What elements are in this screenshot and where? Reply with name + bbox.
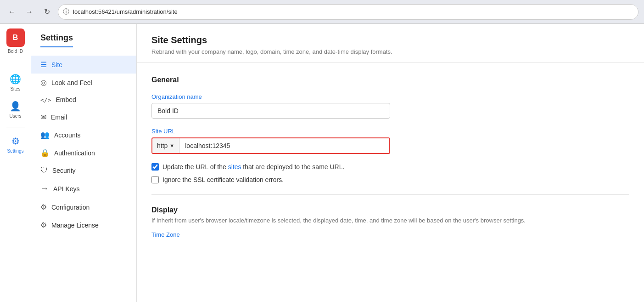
sidebar-item-accounts[interactable]: 👥 Accounts <box>31 126 136 144</box>
sidebar-item-look-and-feel[interactable]: ◎ Look and Feel <box>31 74 136 91</box>
general-section-title: General <box>151 76 629 84</box>
nav-divider-1 <box>6 65 25 65</box>
protocol-text: http <box>157 142 168 149</box>
update-url-checkbox-row: Update the URL of the sites that are dep… <box>151 163 629 171</box>
time-zone-label: Time Zone <box>151 231 629 238</box>
protocol-chevron-icon: ▼ <box>169 143 174 148</box>
browser-chrome: ← → ↻ ⓘ localhost:56421/ums/administrati… <box>0 0 644 24</box>
site-url-group: Site URL http ▼ <box>151 128 629 154</box>
protocol-selector[interactable]: http ▼ <box>152 138 179 153</box>
sidebar-item-api-keys[interactable]: → API Keys <box>31 179 136 198</box>
org-name-group: Organization name <box>151 93 629 119</box>
page-title: Site Settings <box>151 35 629 46</box>
site-url-wrapper: http ▼ <box>151 137 390 154</box>
main-content: Site Settings Rebrand with your company … <box>137 24 644 302</box>
page-subtitle: Rebrand with your company name, logo, do… <box>151 48 629 55</box>
look-icon: ◎ <box>40 78 47 87</box>
sidebar-item-email[interactable]: ✉ Email <box>31 108 136 126</box>
site-url-input[interactable] <box>179 138 389 153</box>
embed-icon: </> <box>40 97 51 103</box>
section-divider <box>151 194 629 195</box>
info-icon: ⓘ <box>63 8 69 16</box>
sites-label: Sites <box>10 86 20 91</box>
site-label: Site <box>51 61 62 68</box>
sidebar-item-manage-license[interactable]: ⚙ Manage License <box>31 216 136 234</box>
main-body: General Organization name Site URL http … <box>137 63 644 253</box>
app-container: B Bold ID 🌐 Sites 👤 Users ⚙ Settings Set… <box>0 24 644 302</box>
api-keys-label: API Keys <box>53 185 80 193</box>
forward-button[interactable]: → <box>23 6 36 18</box>
auth-icon: 🔒 <box>40 148 50 157</box>
auth-label: Authentication <box>54 149 95 157</box>
license-icon: ⚙ <box>40 221 47 229</box>
ssl-checkbox-row: Ignore the SSL certificate validation er… <box>151 176 629 183</box>
users-icon: 👤 <box>10 101 21 112</box>
main-header: Site Settings Rebrand with your company … <box>137 24 644 63</box>
sidebar-item-site[interactable]: ☰ Site <box>31 56 136 74</box>
url-text: localhost:56421/ums/administration/site <box>73 8 178 15</box>
config-label: Configuration <box>51 204 90 211</box>
site-icon: ☰ <box>40 60 47 69</box>
sidebar-item-security[interactable]: 🛡 Security <box>31 162 136 179</box>
settings-nav-label: Settings <box>7 148 23 154</box>
icon-nav: B Bold ID 🌐 Sites 👤 Users ⚙ Settings <box>0 24 31 302</box>
nav-item-settings[interactable]: ⚙ Settings <box>0 131 31 158</box>
users-label: Users <box>9 114 21 119</box>
accounts-label: Accounts <box>54 131 81 139</box>
update-url-checkbox[interactable] <box>151 163 159 171</box>
ssl-checkbox[interactable] <box>151 176 159 183</box>
sidebar-item-configuration[interactable]: ⚙ Configuration <box>31 198 136 216</box>
email-icon: ✉ <box>40 113 46 121</box>
sidebar-title-wrapper: Settings <box>31 33 136 48</box>
nav-item-sites[interactable]: 🌐 Sites <box>0 69 31 96</box>
config-icon: ⚙ <box>40 203 47 211</box>
email-label: Email <box>51 114 67 121</box>
license-label: Manage License <box>51 222 99 229</box>
look-label: Look and Feel <box>51 79 92 86</box>
api-keys-icon: → <box>40 184 49 194</box>
ssl-label: Ignore the SSL certificate validation er… <box>162 176 284 183</box>
security-icon: 🛡 <box>40 166 48 175</box>
sidebar-title: Settings <box>40 33 73 47</box>
reload-button[interactable]: ↻ <box>40 6 53 18</box>
sites-link[interactable]: sites <box>228 163 241 171</box>
logo-text: Bold ID <box>8 49 23 54</box>
org-name-input[interactable] <box>151 103 390 119</box>
display-section-title: Display <box>151 206 629 214</box>
sidebar: Settings ☰ Site ◎ Look and Feel </> Embe… <box>31 24 137 302</box>
security-label: Security <box>52 167 76 174</box>
sidebar-item-authentication[interactable]: 🔒 Authentication <box>31 144 136 162</box>
nav-divider-2 <box>6 127 25 127</box>
org-name-label: Organization name <box>151 93 629 100</box>
update-url-label: Update the URL of the sites that are dep… <box>162 163 344 171</box>
sites-icon: 🌐 <box>10 74 21 85</box>
sidebar-item-embed[interactable]: </> Embed <box>31 91 136 108</box>
nav-item-users[interactable]: 👤 Users <box>0 96 31 123</box>
settings-nav-icon: ⚙ <box>11 136 20 147</box>
embed-label: Embed <box>56 96 76 103</box>
accounts-icon: 👥 <box>40 131 50 139</box>
address-bar[interactable]: ⓘ localhost:56421/ums/administration/sit… <box>58 4 638 20</box>
display-section-desc: If Inherit from user's browser locale/ti… <box>151 217 629 224</box>
back-button[interactable]: ← <box>6 6 18 18</box>
site-url-label: Site URL <box>151 128 629 135</box>
app-logo[interactable]: B <box>6 28 25 47</box>
logo-letter: B <box>13 34 18 42</box>
